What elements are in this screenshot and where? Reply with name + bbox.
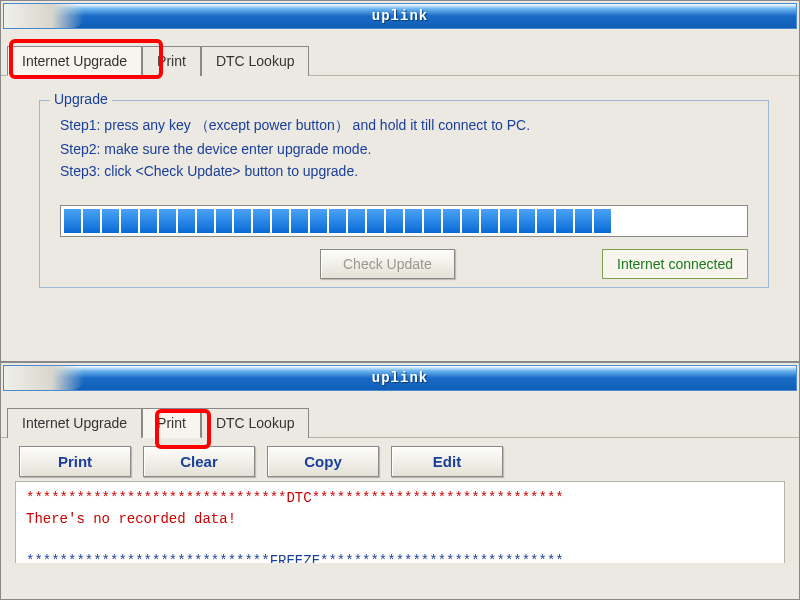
progress-segment: [670, 209, 687, 233]
upgrade-groupbox: Upgrade Step1: press any key （except pow…: [39, 100, 769, 288]
progress-segment: [537, 209, 554, 233]
window-upgrade: uplink Internet Upgrade Print DTC Lookup…: [0, 0, 800, 362]
progress-segment: [594, 209, 611, 233]
window-print: uplink Internet Upgrade Print DTC Lookup…: [0, 362, 800, 600]
toolbar: Print Clear Copy Edit: [1, 438, 799, 477]
clear-button[interactable]: Clear: [143, 446, 255, 477]
step-1: Step1: press any key （except power butto…: [60, 117, 748, 135]
progress-segment: [216, 209, 233, 233]
progress-segment: [405, 209, 422, 233]
progress-segment: [291, 209, 308, 233]
log-line: [26, 530, 774, 551]
group-title: Upgrade: [50, 91, 112, 107]
progress-segment: [178, 209, 195, 233]
progress-segment: [556, 209, 573, 233]
progress-segment: [253, 209, 270, 233]
edit-button[interactable]: Edit: [391, 446, 503, 477]
progress-segment: [348, 209, 365, 233]
tab-row: Internet Upgrade Print DTC Lookup: [1, 31, 799, 76]
progress-segment: [234, 209, 251, 233]
button-row: Check Update Internet connected: [60, 249, 748, 279]
tab-print[interactable]: Print: [142, 46, 201, 76]
app-title: uplink: [372, 370, 428, 386]
progress-segment: [519, 209, 536, 233]
tab-internet-upgrade[interactable]: Internet Upgrade: [7, 46, 142, 76]
log-output: *******************************DTC******…: [15, 481, 785, 563]
print-button[interactable]: Print: [19, 446, 131, 477]
progress-segment: [632, 209, 649, 233]
connection-status: Internet connected: [602, 249, 748, 279]
progress-segment: [500, 209, 517, 233]
content-area: Upgrade Step1: press any key （except pow…: [1, 76, 799, 294]
progress-segment: [272, 209, 289, 233]
titlebar: uplink: [3, 365, 797, 391]
tab-row: Internet Upgrade Print DTC Lookup: [1, 393, 799, 438]
progress-segment: [83, 209, 100, 233]
progress-segment: [102, 209, 119, 233]
app-title: uplink: [372, 8, 428, 24]
tab-dtc-lookup[interactable]: DTC Lookup: [201, 46, 310, 76]
progress-segment: [613, 209, 630, 233]
progress-segment: [310, 209, 327, 233]
step-3: Step3: click <Check Update> button to up…: [60, 163, 748, 179]
progress-segment: [64, 209, 81, 233]
titlebar: uplink: [3, 3, 797, 29]
progress-segment: [727, 209, 744, 233]
tab-internet-upgrade[interactable]: Internet Upgrade: [7, 408, 142, 438]
progress-segment: [159, 209, 176, 233]
tab-dtc-lookup[interactable]: DTC Lookup: [201, 408, 310, 438]
step-2: Step2: make sure the device enter upgrad…: [60, 141, 748, 157]
check-update-button[interactable]: Check Update: [320, 249, 455, 279]
progress-segment: [689, 209, 706, 233]
progress-segment: [424, 209, 441, 233]
progress-segment: [708, 209, 725, 233]
log-line: *******************************DTC******…: [26, 488, 774, 509]
progress-segment: [481, 209, 498, 233]
progress-segment: [575, 209, 592, 233]
progress-segment: [197, 209, 214, 233]
progress-segment: [443, 209, 460, 233]
progress-bar: [60, 205, 748, 237]
progress-segment: [367, 209, 384, 233]
progress-segment: [121, 209, 138, 233]
progress-segment: [386, 209, 403, 233]
log-line: *****************************FREEZE*****…: [26, 551, 774, 563]
log-line: There's no recorded data!: [26, 509, 774, 530]
progress-segment: [140, 209, 157, 233]
progress-segment: [651, 209, 668, 233]
copy-button[interactable]: Copy: [267, 446, 379, 477]
progress-segment: [329, 209, 346, 233]
progress-segment: [462, 209, 479, 233]
tab-print[interactable]: Print: [142, 408, 201, 438]
